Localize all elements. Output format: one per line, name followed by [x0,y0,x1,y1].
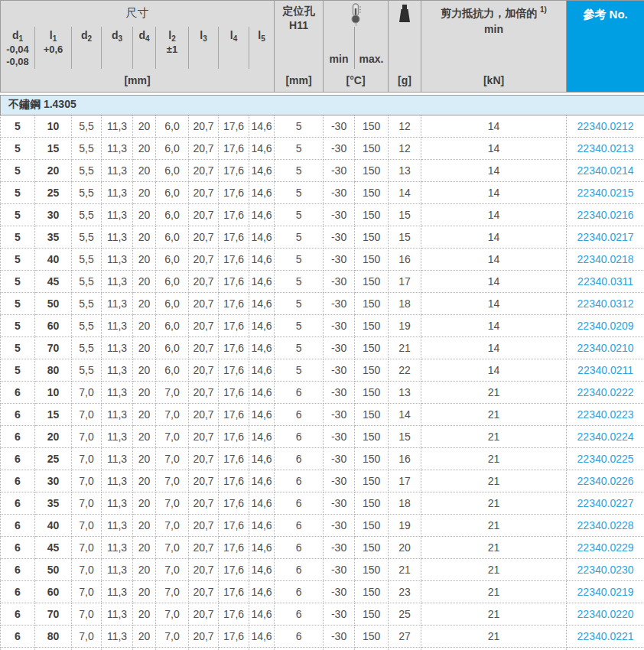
locating-hole-label: 定位孔 [275,4,323,18]
cell-reference: 22340.0229 [567,536,644,558]
ref-link[interactable]: 22340.0229 [577,541,634,554]
table-body: 不鏽鋼 1.4305 5 10 5,5 11,3 20 6,0 20,7 17,… [1,92,644,650]
cell-l4: 17,6 [219,181,249,203]
cell-l4: 17,6 [219,203,249,226]
cell-l2: 6,0 [156,115,189,137]
ref-link[interactable]: 22340.0210 [577,342,634,354]
weight-header [389,1,421,70]
ref-link[interactable]: 22340.0224 [577,431,634,443]
dimensions-group-header: 尺寸 [1,1,275,27]
cell-shear-min: 21 [421,580,567,603]
cell-d1: 6 [1,603,35,625]
cell-reference: 22340.0220 [567,603,644,625]
cell-locating-hole: 6 [275,558,324,580]
ref-link[interactable]: 22340.0216 [577,209,634,221]
cell-d4: 20 [133,115,156,137]
catalog-table-page: 尺寸 定位孔 H11 [0,0,644,650]
cell-l2: 6,0 [156,248,189,270]
cell-locating-hole: 5 [275,292,324,314]
cell-l2: 7,0 [156,558,189,580]
cell-d2: 5,5 [72,159,102,181]
shear-title: 剪力抵抗力，加倍的 [441,7,537,19]
table-row: 5 15 5,5 11,3 20 6,0 20,7 17,6 14,6 5 -3… [1,137,644,159]
ref-link[interactable]: 22340.0212 [577,120,634,132]
cell-d1: 6 [1,514,35,536]
ref-link[interactable]: 22340.0211 [577,364,633,376]
cell-temp-min: -30 [324,625,355,647]
ref-link[interactable]: 22340.0225 [577,453,634,465]
cell-d4: 20 [133,203,156,226]
cell-shear-min: 21 [421,603,567,625]
cell-temp-min: -30 [324,447,355,470]
cell-l3: 20,7 [189,447,219,470]
cell-l2: 6,0 [156,359,189,381]
cell-l3: 20,7 [189,336,219,359]
ref-link[interactable]: 22340.0219 [577,586,634,598]
thermometer-icon [349,3,363,24]
cell-d4: 20 [133,447,156,470]
cell-shear-min: 21 [421,470,567,492]
ref-link[interactable]: 22340.0222 [577,386,634,398]
ref-link[interactable]: 22340.0227 [577,497,634,509]
cell-d1: 6 [1,580,35,603]
cell-locating-hole: 5 [275,314,324,336]
cell-l3: 20,7 [189,359,219,381]
cell-l3: 20,7 [189,403,219,425]
cell-l5: 14,6 [249,248,275,270]
cell-l1: 80 [35,625,72,647]
cell-l2: 6,0 [156,159,189,181]
cell-temp-max: 150 [355,159,389,181]
cell-weight: 25 [389,603,421,625]
cell-d1: 6 [1,447,35,470]
cell-reference: 22340.0218 [567,248,644,270]
cell-reference: 22340.0232 [567,647,644,650]
cell-d4: 20 [133,270,156,292]
cell-l2: 7,0 [156,514,189,536]
ref-link[interactable]: 22340.0218 [577,253,634,265]
cell-l5: 14,6 [249,470,275,492]
cell-l1: 80 [35,359,72,381]
table-row: 5 50 5,5 11,3 20 6,0 20,7 17,6 14,6 5 -3… [1,292,644,314]
cell-shear-min: 21 [421,381,567,403]
cell-d4: 20 [133,226,156,248]
ref-link[interactable]: 22340.0230 [577,564,634,576]
cell-weight: 21 [389,558,421,580]
cell-l3: 20,7 [189,137,219,159]
cell-d2: 7,0 [72,492,102,514]
shear-unit-label: [kN] [421,69,567,92]
ref-link[interactable]: 22340.0214 [577,164,634,177]
table-row: 5 70 5,5 11,3 20 6,0 20,7 17,6 14,6 5 -3… [1,336,644,359]
ref-link[interactable]: 22340.0213 [577,142,634,154]
cell-temp-max: 150 [355,115,389,137]
cell-locating-hole: 6 [275,580,324,603]
cell-d3: 11,3 [102,603,133,625]
cell-l5: 14,6 [249,558,275,580]
footnote-marker: 1) [540,5,547,14]
ref-link[interactable]: 22340.0223 [577,408,634,421]
ref-link[interactable]: 22340.0217 [577,231,634,243]
cell-shear-min: 14 [421,336,567,359]
cell-l3: 20,7 [189,115,219,137]
product-table: 尺寸 定位孔 H11 [0,0,644,650]
cell-weight: 18 [389,492,421,514]
cell-l5: 14,6 [249,115,275,137]
cell-l2: 6,0 [156,203,189,226]
cell-l3: 20,7 [189,492,219,514]
cell-weight: 22 [389,359,421,381]
ref-link[interactable]: 22340.0311 [577,275,633,288]
cell-l5: 14,6 [249,625,275,647]
cell-d2: 7,0 [72,470,102,492]
cell-d2: 7,0 [72,536,102,558]
cell-reference: 22340.0210 [567,336,644,359]
ref-link[interactable]: 22340.0209 [577,320,634,332]
ref-link[interactable]: 22340.0220 [577,608,634,620]
cell-l2: 7,0 [156,580,189,603]
ref-link[interactable]: 22340.0228 [577,519,634,531]
ref-link[interactable]: 22340.0226 [577,475,634,487]
ref-link[interactable]: 22340.0221 [577,630,634,642]
ref-link[interactable]: 22340.0215 [577,187,634,199]
cell-d1: 5 [1,137,35,159]
ref-link[interactable]: 22340.0312 [577,297,634,310]
cell-d1: 8 [1,647,35,650]
cell-l3: 20,7 [189,159,219,181]
